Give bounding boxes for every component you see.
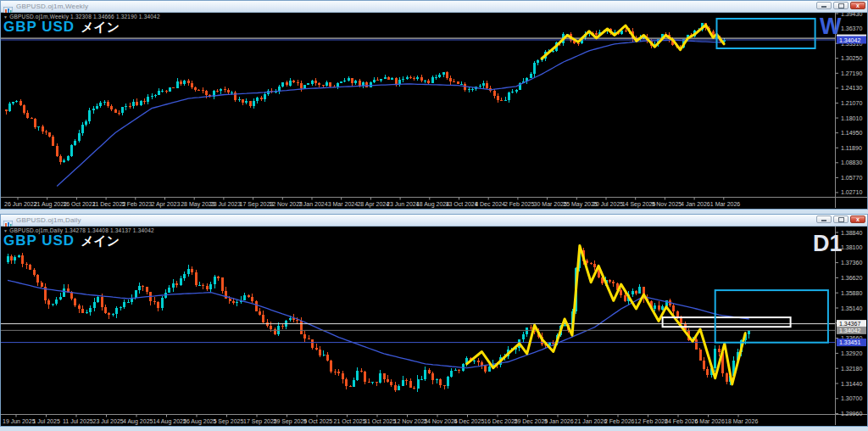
svg-text:6 Mar 2026: 6 Mar 2026 [695,418,726,424]
svg-text:20 Jul 2025: 20 Jul 2025 [593,201,623,207]
svg-text:1.37360: 1.37360 [841,260,862,266]
svg-text:18 Aug 2024: 18 Aug 2024 [416,201,449,208]
svg-text:1.24130: 1.24130 [841,85,862,91]
svg-text:1.27190: 1.27190 [841,70,862,76]
svg-text:1.30250: 1.30250 [841,55,862,61]
svg-text:24 Feb 2026: 24 Feb 2026 [665,418,698,424]
mt4-workspace: { "colors":{ "workspace_bg":"#cfe0ef", "… [0,0,868,431]
window-titlebar[interactable]: GBPUSD.oj1m,Daily x [1,215,867,227]
svg-text:1.21070: 1.21070 [841,100,862,106]
svg-text:14 Aug 2025: 14 Aug 2025 [153,418,186,425]
svg-text:1.34367: 1.34367 [839,321,860,327]
svg-text:1.08830: 1.08830 [841,160,862,165]
svg-text:1.31440: 1.31440 [841,381,862,387]
close-button[interactable]: x [850,216,865,223]
svg-text:1.33451: 1.33451 [839,339,860,345]
svg-text:17 Sep 2025: 17 Sep 2025 [243,418,277,425]
svg-text:1.34042: 1.34042 [839,327,860,333]
svg-text:7 Jan 2024: 7 Jan 2024 [298,201,328,207]
svg-text:24 Nov 2025: 24 Nov 2025 [424,418,458,424]
svg-text:5 Feb 2023: 5 Feb 2023 [122,201,153,207]
chart-window-weekly: GBPUSD.oj1m,Weekly x 1.394301.363701.333… [0,0,868,210]
svg-text:1 Jul 2025: 1 Jul 2025 [33,418,60,424]
svg-text:1.18010: 1.18010 [841,115,862,121]
svg-text:1.36620: 1.36620 [841,275,862,281]
window-titlebar[interactable]: GBPUSD.oj1m,Weekly x [1,1,867,13]
window-title: GBPUSD.oj1m,Weekly [16,3,88,10]
timeframe-label-daily: D1 [813,232,843,255]
weekly-price-chart[interactable]: 1.394301.363701.333101.302501.271901.241… [1,13,867,208]
svg-text:1.32180: 1.32180 [841,366,862,372]
svg-text:12 Nov 2025: 12 Nov 2025 [394,418,428,424]
svg-text:16 Oct 2022: 16 Oct 2022 [63,201,95,207]
svg-text:1.36370: 1.36370 [841,25,862,31]
svg-text:23 Jul 2025: 23 Jul 2025 [93,418,124,424]
svg-text:5 Sep 2025: 5 Sep 2025 [214,418,244,425]
svg-text:2 Feb 2026: 2 Feb 2026 [604,418,635,424]
svg-text:29 Dec 2025: 29 Dec 2025 [515,418,548,424]
svg-text:1.38100: 1.38100 [841,244,862,250]
svg-text:1.11890: 1.11890 [841,145,862,151]
svg-text:13 Oct 2024: 13 Oct 2024 [446,201,478,207]
watermark-note: メイン [81,233,120,248]
chart-watermark: GBP USDメイン [3,19,120,36]
minimize-button[interactable] [816,216,832,223]
svg-text:2 Feb 2025: 2 Feb 2025 [504,201,535,207]
svg-text:26 Jun 2022: 26 Jun 2022 [4,201,37,207]
svg-text:30 Mar 2025: 30 Mar 2025 [534,201,567,207]
watermark-symbol: GBP USD [3,232,75,249]
svg-text:1.32920: 1.32920 [841,350,862,356]
svg-text:1.02710: 1.02710 [841,189,862,195]
svg-text:16 Dec 2025: 16 Dec 2025 [484,418,518,424]
daily-price-chart[interactable]: 1.388401.381001.373601.366201.358801.351… [1,227,867,425]
watermark-note: メイン [81,20,120,34]
svg-text:1.38840: 1.38840 [841,230,862,236]
svg-text:21 Oct 2025: 21 Oct 2025 [334,418,366,424]
chart-window-icon [3,3,13,10]
svg-text:4 Jan 2026: 4 Jan 2026 [681,201,710,207]
svg-text:4 Aug 2025: 4 Aug 2025 [123,418,153,425]
close-button[interactable]: x [850,2,865,9]
svg-text:11 Jul 2025: 11 Jul 2025 [63,418,93,424]
svg-text:9 Oct 2025: 9 Oct 2025 [303,418,332,424]
svg-text:11 Dec 2022: 11 Dec 2022 [92,201,125,207]
restore-button[interactable] [833,2,849,9]
svg-text:8 Dec 2024: 8 Dec 2024 [475,201,505,207]
svg-text:18 Mar 2026: 18 Mar 2026 [725,418,758,424]
svg-text:9 Nov 2025: 9 Nov 2025 [651,201,682,207]
chart-watermark: GBP USDメイン [3,232,120,249]
svg-text:1.05770: 1.05770 [841,175,862,181]
svg-text:19 Jun 2025: 19 Jun 2025 [3,418,36,424]
svg-text:23 Jun 2024: 23 Jun 2024 [387,201,420,207]
chart-window-daily: GBPUSD.oj1m,Daily x 1.388401.381001.3736… [0,214,868,427]
svg-text:21 Jan 2026: 21 Jan 2026 [575,418,608,424]
chart-window-icon [3,216,13,224]
svg-text:1.39430: 1.39430 [841,13,862,17]
svg-text:12 Feb 2026: 12 Feb 2026 [635,418,668,424]
svg-text:1.35880: 1.35880 [841,290,862,296]
svg-text:31 Oct 2025: 31 Oct 2025 [364,418,396,424]
svg-text:28 Apr 2024: 28 Apr 2024 [357,201,389,208]
svg-text:9 Jan 2026: 9 Jan 2026 [544,418,574,424]
watermark-symbol: GBP USD [3,19,75,35]
svg-text:26 Aug 2025: 26 Aug 2025 [183,418,216,425]
timeframe-label-weekly: W [820,15,841,38]
svg-text:3 Mar 2024: 3 Mar 2024 [328,201,359,207]
svg-text:1.30700: 1.30700 [841,395,862,401]
svg-text:23 Jul 2023: 23 Jul 2023 [210,201,241,207]
svg-text:29 Sep 2025: 29 Sep 2025 [274,418,308,425]
svg-text:21 Aug 2022: 21 Aug 2022 [34,201,67,208]
minimize-button[interactable] [816,2,832,9]
svg-text:1.34042: 1.34042 [839,37,860,43]
svg-text:4 Dec 2025: 4 Dec 2025 [454,418,485,424]
svg-text:2 Apr 2023: 2 Apr 2023 [152,201,181,208]
svg-text:1 Mar 2026: 1 Mar 2026 [710,201,741,207]
svg-text:1.29960: 1.29960 [841,411,862,417]
svg-text:1.35140: 1.35140 [841,305,862,311]
window-title: GBPUSD.oj1m,Daily [16,216,81,224]
restore-button[interactable] [833,216,849,223]
svg-text:1.14950: 1.14950 [841,130,862,136]
